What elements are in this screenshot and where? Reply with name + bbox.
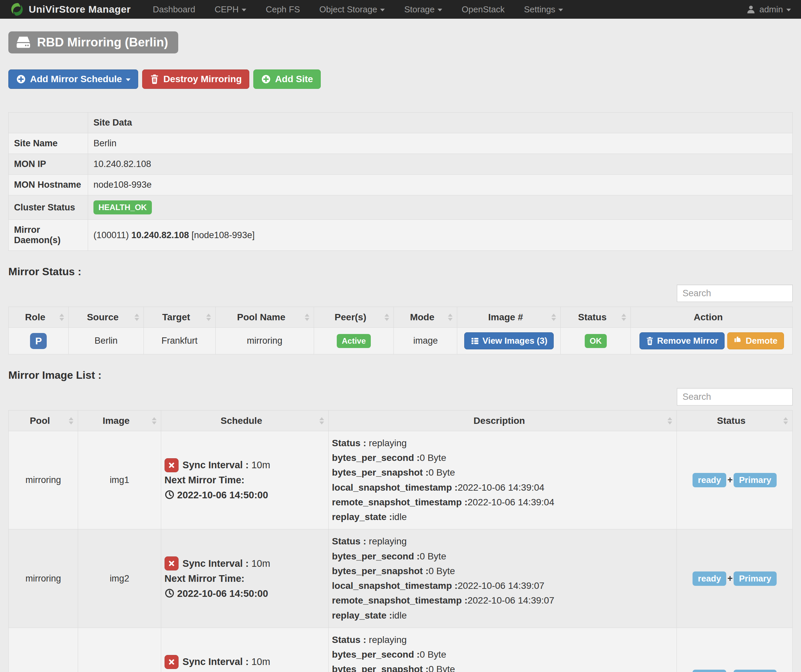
clock-icon xyxy=(164,490,175,500)
image-status-cell: ready+Primary xyxy=(677,529,793,628)
mon-hostname-label: MON Hostname xyxy=(9,175,88,195)
image-status-cell: ready+Primary xyxy=(677,431,793,529)
nav-item-dashboard[interactable]: Dashboard xyxy=(153,4,195,15)
add-site-button[interactable]: Add Site xyxy=(253,69,321,89)
table-row: Site Name Berlin xyxy=(9,133,793,154)
sort-icon xyxy=(60,314,64,321)
col-header-image-count[interactable]: Image # xyxy=(457,307,561,328)
ready-badge: ready xyxy=(693,473,726,487)
nav-item-storage[interactable]: Storage xyxy=(404,4,442,15)
col-header-status[interactable]: Status xyxy=(561,307,631,328)
pool-cell: mirroring xyxy=(9,628,78,672)
mirror-status-table: Role Source Target Pool Name Peer(s) Mod… xyxy=(8,306,793,355)
mode-cell: image xyxy=(394,328,457,355)
mirror-daemons-label: Mirror Daemon(s) xyxy=(9,220,88,251)
add-mirror-schedule-button[interactable]: Add Mirror Schedule xyxy=(8,69,138,89)
col-header-role[interactable]: Role xyxy=(9,307,69,328)
mirror-status-search-input[interactable] xyxy=(677,285,793,302)
primary-role-badge: P xyxy=(30,333,47,349)
site-table-empty-header xyxy=(9,113,88,133)
mirror-image-list-search-input[interactable] xyxy=(677,388,793,406)
destroy-mirroring-button[interactable]: Destroy Mirroring xyxy=(142,69,249,89)
sort-icon xyxy=(305,314,309,321)
trash-icon xyxy=(150,74,159,84)
image-cell: img2 xyxy=(78,529,161,628)
chevron-down-icon xyxy=(242,9,246,11)
source-cell: Berlin xyxy=(68,328,143,355)
sort-icon xyxy=(668,417,672,424)
table-row: mirroring img1 Sync Interval : 10m Next … xyxy=(9,431,793,529)
brand[interactable]: UniVirStore Manager xyxy=(10,2,131,16)
plus-circle-icon xyxy=(16,74,26,84)
page-title-text: RBD Mirroring (Berlin) xyxy=(37,35,168,50)
nav-item-ceph-fs[interactable]: Ceph FS xyxy=(265,4,300,15)
univirstore-logo-icon xyxy=(10,2,24,16)
col-header-description[interactable]: Description xyxy=(328,411,677,431)
col-header-pool[interactable]: Pool xyxy=(9,411,78,431)
nav-item-object-storage[interactable]: Object Storage xyxy=(319,4,385,15)
sort-icon xyxy=(448,314,452,321)
col-header-pool-name[interactable]: Pool Name xyxy=(215,307,314,328)
pool-cell: mirroring xyxy=(9,431,78,529)
sort-icon xyxy=(783,417,788,424)
user-menu[interactable]: admin xyxy=(746,4,791,15)
table-row: P Berlin Frankfurt mirroring Active imag… xyxy=(9,328,793,355)
table-row: MON IP 10.240.82.108 xyxy=(9,154,793,175)
user-icon xyxy=(746,4,756,15)
thumbs-down-icon xyxy=(733,337,742,345)
col-header-source[interactable]: Source xyxy=(68,307,143,328)
col-header-action: Action xyxy=(631,307,793,328)
table-row: mirroring img2 Sync Interval : 10m Next … xyxy=(9,529,793,628)
col-header-target[interactable]: Target xyxy=(143,307,215,328)
delete-schedule-button[interactable] xyxy=(164,655,179,669)
remove-mirror-button[interactable]: Remove Mirror xyxy=(639,332,725,350)
pool-cell: mirroring xyxy=(9,529,78,628)
target-cell: Frankfurt xyxy=(143,328,215,355)
delete-schedule-button[interactable] xyxy=(164,458,179,472)
primary-badge: Primary xyxy=(733,572,777,586)
description-cell: Status : replaying bytes_per_second :0 B… xyxy=(328,529,677,628)
mirror-daemons-value: (100011) 10.240.82.108 [node108-993e] xyxy=(88,220,793,251)
table-row: Mirror Daemon(s) (100011) 10.240.82.108 … xyxy=(9,220,793,251)
chevron-down-icon xyxy=(558,9,563,11)
col-header-image[interactable]: Image xyxy=(78,411,161,431)
col-header-img-status[interactable]: Status xyxy=(677,411,793,431)
sort-icon xyxy=(69,417,73,424)
clock-icon xyxy=(164,588,175,598)
sort-icon xyxy=(552,314,556,321)
delete-schedule-button[interactable] xyxy=(164,556,179,570)
status-ok-badge: OK xyxy=(585,334,607,348)
mirror-image-list-table: Pool Image Schedule Description Status m… xyxy=(8,410,793,672)
nav-item-openstack[interactable]: OpenStack xyxy=(462,4,505,15)
list-icon xyxy=(471,337,479,345)
nav-item-settings[interactable]: Settings xyxy=(524,4,563,15)
sort-icon xyxy=(152,417,156,424)
close-icon xyxy=(168,658,175,666)
ready-badge: ready xyxy=(693,670,726,672)
col-header-peers[interactable]: Peer(s) xyxy=(314,307,394,328)
demote-button[interactable]: Demote xyxy=(727,332,783,350)
col-header-mode[interactable]: Mode xyxy=(394,307,457,328)
table-row: mirroring img3 Sync Interval : 10m Next … xyxy=(9,628,793,672)
close-icon xyxy=(168,560,175,567)
table-row: MON Hostname node108-993e xyxy=(9,175,793,195)
description-cell: Status : replaying bytes_per_second :0 B… xyxy=(328,431,677,529)
cluster-status-label: Cluster Status xyxy=(9,195,88,220)
schedule-cell: Sync Interval : 10m Next Mirror Time: 20… xyxy=(161,431,328,529)
nav-item-ceph[interactable]: CEPH xyxy=(215,4,246,15)
col-header-schedule[interactable]: Schedule xyxy=(161,411,328,431)
mirror-status-heading: Mirror Status : xyxy=(8,266,793,278)
peer-active-badge: Active xyxy=(337,334,371,348)
mon-ip-value: 10.240.82.108 xyxy=(88,154,793,175)
user-name: admin xyxy=(759,4,783,15)
sort-icon xyxy=(621,314,626,321)
close-icon xyxy=(168,462,175,469)
primary-badge: Primary xyxy=(733,670,777,672)
image-cell: img1 xyxy=(78,431,161,529)
page-title: RBD Mirroring (Berlin) xyxy=(8,31,178,53)
sort-icon xyxy=(384,314,389,321)
health-status-badge: HEALTH_OK xyxy=(93,200,152,214)
view-images-button[interactable]: View Images (3) xyxy=(464,332,554,350)
ready-badge: ready xyxy=(693,572,726,586)
sort-icon xyxy=(319,417,324,424)
